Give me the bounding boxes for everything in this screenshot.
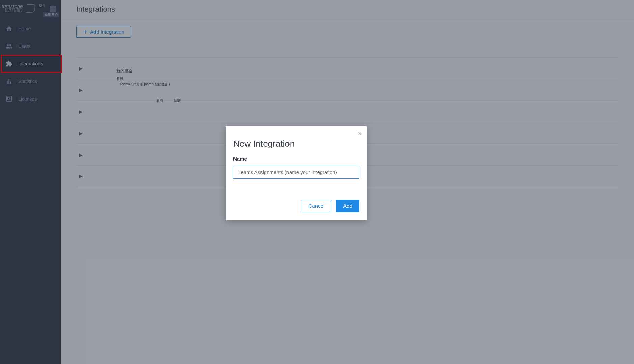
new-integration-modal: × New Integration Name Cancel Add (226, 126, 367, 220)
integration-name-input[interactable] (233, 166, 359, 179)
cancel-button[interactable]: Cancel (302, 200, 332, 212)
close-icon[interactable]: × (358, 130, 362, 137)
add-button[interactable]: Add (336, 200, 359, 212)
name-field-label: Name (233, 156, 359, 162)
modal-actions: Cancel Add (233, 200, 359, 212)
modal-title: New Integration (233, 139, 359, 149)
